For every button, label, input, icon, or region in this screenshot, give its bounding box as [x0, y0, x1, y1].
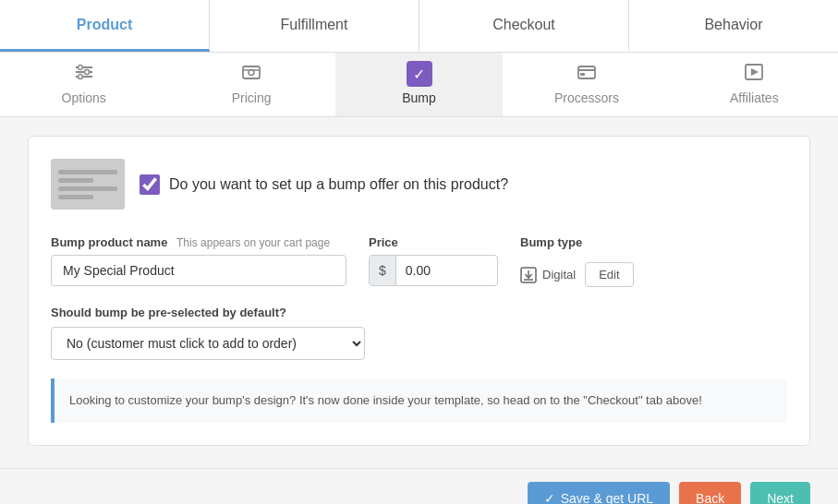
price-label: Price — [369, 235, 498, 249]
subtab-pricing[interactable]: Pricing — [167, 53, 334, 116]
price-input[interactable] — [396, 256, 470, 285]
form-row-main: Bump product name This appears on your c… — [51, 235, 787, 287]
checkmark-icon: ✓ — [544, 491, 555, 504]
affiliates-icon — [744, 62, 764, 87]
next-button[interactable]: Next — [750, 482, 810, 504]
options-icon — [74, 62, 94, 87]
price-currency: $ — [370, 256, 396, 285]
top-tabs: Product Fulfillment Checkout Behavior — [0, 0, 838, 53]
pre-select-label: Should bump be pre-selected by default? — [51, 306, 787, 319]
subtab-processors[interactable]: Processors — [503, 53, 670, 116]
sub-tabs: Options Pricing ✓ Bump Processors — [0, 53, 838, 117]
price-input-wrapper: $ — [369, 255, 498, 286]
pre-select-section: Should bump be pre-selected by default? … — [51, 306, 787, 360]
bump-offer-checkbox[interactable] — [140, 174, 160, 195]
tab-fulfillment[interactable]: Fulfillment — [210, 0, 419, 52]
svg-rect-9 — [578, 66, 595, 78]
bump-type-label: Bump type — [520, 235, 787, 249]
bump-name-input[interactable] — [51, 255, 346, 286]
price-group: Price $ — [369, 235, 498, 286]
bump-image-line-1 — [58, 170, 117, 174]
svg-rect-6 — [243, 66, 260, 78]
subtab-options-label: Options — [62, 90, 106, 105]
tab-checkout[interactable]: Checkout — [419, 0, 629, 52]
svg-marker-13 — [751, 68, 759, 76]
processors-icon — [577, 62, 597, 87]
bump-image-line-4 — [58, 195, 93, 199]
save-get-url-button[interactable]: ✓ Save & get URL — [528, 482, 670, 504]
edit-button[interactable]: Edit — [585, 262, 633, 287]
name-label: Bump product name This appears on your c… — [51, 235, 346, 249]
bump-image-line-3 — [58, 186, 117, 191]
bottom-bar: ✓ Save & get URL Back Next — [0, 468, 838, 504]
subtab-affiliates[interactable]: Affiliates — [671, 53, 838, 116]
download-icon — [520, 267, 537, 283]
tab-product[interactable]: Product — [0, 0, 210, 52]
svg-point-4 — [84, 69, 89, 74]
subtab-processors-label: Processors — [554, 90, 619, 105]
bump-offer-text: Do you want to set up a bump offer on th… — [169, 176, 508, 193]
subtab-bump[interactable]: ✓ Bump — [335, 53, 503, 116]
bump-icon: ✓ — [407, 61, 432, 87]
back-button[interactable]: Back — [679, 482, 741, 504]
subtab-options[interactable]: Options — [0, 53, 167, 116]
bump-offer-row: Do you want to set up a bump offer on th… — [51, 159, 787, 210]
subtab-pricing-label: Pricing — [232, 90, 272, 105]
pre-select-dropdown[interactable]: No (customer must click to add to order)… — [51, 327, 365, 360]
name-sublabel: This appears on your cart page — [176, 236, 330, 249]
subtab-bump-label: Bump — [402, 90, 436, 105]
bump-offer-label[interactable]: Do you want to set up a bump offer on th… — [140, 174, 508, 195]
svg-rect-11 — [580, 73, 585, 76]
name-group: Bump product name This appears on your c… — [51, 235, 346, 286]
tab-behavior[interactable]: Behavior — [629, 0, 838, 52]
bump-image-line-2 — [58, 178, 93, 183]
svg-point-5 — [78, 74, 82, 78]
svg-point-3 — [78, 65, 82, 69]
info-box: Looking to customize your bump's design?… — [51, 378, 787, 423]
bump-card: Do you want to set up a bump offer on th… — [28, 136, 810, 446]
subtab-affiliates-label: Affiliates — [730, 90, 779, 105]
bump-image-placeholder — [51, 159, 125, 210]
pricing-icon — [241, 62, 261, 87]
main-content: Do you want to set up a bump offer on th… — [0, 117, 838, 468]
bump-type-value: Digital — [520, 267, 576, 283]
bump-type-row: Digital Edit — [520, 262, 787, 287]
bump-type-group: Bump type Digital Edit — [520, 235, 787, 287]
